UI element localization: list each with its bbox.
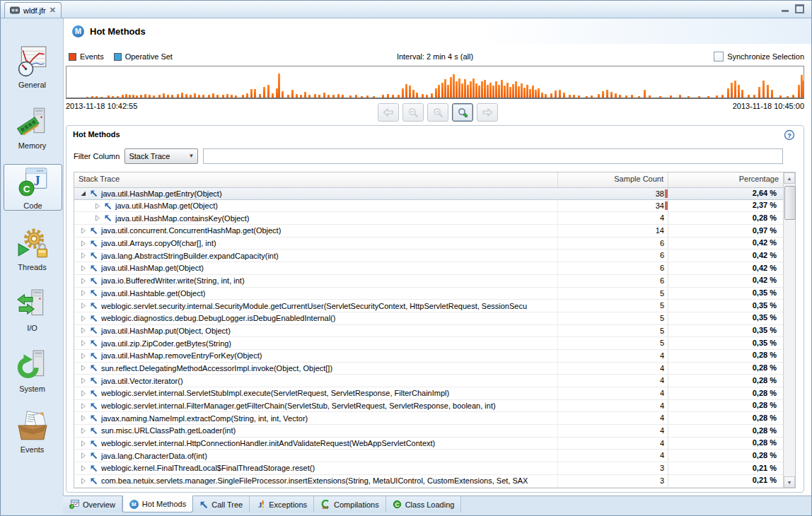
minimize-icon[interactable] [782, 10, 789, 12]
zoom-in-button[interactable] [452, 103, 473, 122]
back-button[interactable] [378, 103, 399, 122]
sidebar-item-threads[interactable]: Threads [4, 226, 61, 271]
table-row[interactable]: weblogic.servlet.internal.ServletStubImp… [74, 387, 783, 400]
timeline-bar [631, 95, 633, 98]
expander-collapsed-icon[interactable] [80, 240, 86, 247]
table-row[interactable]: java.util.Arrays.copyOf(char[], int)60,4… [74, 238, 783, 250]
table-row[interactable]: java.io.BufferedWriter.write(String, int… [74, 275, 783, 288]
zoom-fit-button[interactable] [427, 103, 448, 122]
vertical-scrollbar[interactable]: ▲ ▼ [783, 172, 795, 488]
filter-text-input[interactable] [203, 148, 783, 164]
table-row[interactable]: java.util.Hashtable.get(Object)50,35 % [74, 288, 783, 300]
table-row[interactable]: java.util.HashMap.containsKey(Object)40,… [74, 212, 783, 225]
expander-collapsed-icon[interactable] [80, 353, 86, 359]
tab-class-loading[interactable]: C Class Loading [386, 496, 462, 512]
zoom-out-button[interactable] [402, 103, 424, 122]
table-row[interactable]: java.util.HashMap.get(Object)342,37 % [74, 200, 783, 213]
sidebar-item-io[interactable]: I/O [4, 287, 61, 332]
table-row[interactable]: java.util.HashMap.removeEntryForKey(Obje… [74, 350, 783, 363]
expander-collapsed-icon[interactable] [94, 203, 100, 209]
expander-collapsed-icon[interactable] [80, 377, 86, 384]
table-row[interactable]: weblogic.servlet.internal.HttpConnection… [74, 438, 783, 450]
expander-collapsed-icon[interactable] [80, 478, 86, 484]
maximize-icon[interactable] [795, 4, 804, 13]
column-header-percentage[interactable]: Percentage [668, 172, 783, 187]
timeline-bar [392, 95, 394, 98]
method-name: java.lang.AbstractStringBuilder.expandCa… [101, 252, 279, 260]
expander-collapsed-icon[interactable] [94, 215, 100, 221]
table-row[interactable]: java.util.zip.ZipCoder.getBytes(String)5… [74, 337, 783, 350]
expander-collapsed-icon[interactable] [80, 278, 86, 284]
percentage-cell: 0,28 % [668, 349, 783, 362]
percentage-cell: 0,28 % [668, 412, 783, 425]
table-row[interactable]: java.util.HashMap.get(Object)60,42 % [74, 262, 783, 275]
sidebar-item-events[interactable]: Events [4, 409, 61, 454]
expander-collapsed-icon[interactable] [80, 315, 86, 322]
editor-tab-wldf[interactable]: wldf.jfr ✕ [4, 2, 62, 18]
table-row[interactable]: java.util.HashMap.put(Object, Object)50,… [74, 325, 783, 338]
column-header-sample-count[interactable]: Sample Count [558, 172, 668, 187]
forward-button[interactable] [477, 103, 498, 122]
percentage-cell: 0,28 % [668, 375, 783, 387]
tab-call-tree[interactable]: Call Tree [193, 496, 250, 512]
timeline-bar [327, 95, 330, 98]
timeline-bar [100, 97, 103, 98]
expander-collapsed-icon[interactable] [80, 365, 86, 371]
table-row[interactable]: com.bea.netuix.servlets.manager.SingleFi… [74, 475, 783, 488]
expander-collapsed-icon[interactable] [80, 465, 86, 471]
svg-text:C: C [23, 184, 30, 194]
expander-collapsed-icon[interactable] [80, 265, 86, 271]
expander-collapsed-icon[interactable] [80, 390, 86, 397]
method-icon [90, 464, 98, 472]
sidebar-item-general[interactable]: General [4, 44, 61, 89]
expander-collapsed-icon[interactable] [80, 228, 86, 234]
scroll-up-icon[interactable]: ▲ [784, 172, 795, 184]
column-header-stack-trace[interactable]: Stack Trace [74, 172, 558, 187]
expander-collapsed-icon[interactable] [80, 452, 86, 459]
expander-expanded-icon[interactable] [80, 190, 86, 197]
expander-collapsed-icon[interactable] [80, 428, 86, 434]
table-row[interactable]: weblogic.servlet.security.internal.Secur… [74, 300, 783, 312]
table-row[interactable]: weblogic.kernel.FinalThreadLocal$FinalTh… [74, 462, 783, 475]
expander-collapsed-icon[interactable] [80, 340, 86, 346]
expander-collapsed-icon[interactable] [80, 290, 86, 296]
page-title: Hot Methods [90, 26, 146, 37]
expander-collapsed-icon[interactable] [80, 403, 86, 409]
timeline-bar [181, 93, 183, 98]
table-row[interactable]: sun.reflect.DelegatingMethodAccessorImpl… [74, 363, 783, 375]
table-row[interactable]: java.lang.AbstractStringBuilder.expandCa… [74, 250, 783, 262]
synchronize-selection-checkbox[interactable] [714, 52, 724, 61]
table-row[interactable]: java.lang.CharacterData.of(int)40,28 % [74, 450, 783, 462]
filter-column-select[interactable]: Stack Trace ▼ [124, 148, 198, 164]
table-row[interactable]: weblogic.diagnostics.debug.DebugLogger.i… [74, 312, 783, 325]
system-icon [4, 348, 61, 383]
tab-compilations[interactable]: 010 Compilations [314, 496, 386, 512]
tab-overview[interactable]: J Overview [63, 496, 122, 512]
method-name: weblogic.servlet.internal.HttpConnection… [101, 439, 435, 447]
sidebar-item-system[interactable]: System [4, 348, 61, 393]
sidebar-item-code[interactable]: J C Code [4, 164, 62, 211]
expander-collapsed-icon[interactable] [80, 440, 86, 447]
help-icon[interactable]: ? [784, 129, 795, 142]
expander-collapsed-icon[interactable] [80, 327, 86, 334]
method-name: java.util.HashMap.get(Object) [101, 264, 204, 272]
expander-collapsed-icon[interactable] [80, 415, 86, 421]
sample-count-cell: 3 [558, 475, 668, 487]
timeline-bar [487, 85, 489, 98]
table-row[interactable]: javax.naming.NameImpl.extractComp(String… [74, 412, 783, 425]
table-row[interactable]: java.util.HashMap.getEntry(Object)382,64… [74, 187, 783, 200]
table-row[interactable]: sun.misc.URLClassPath.getLoader(int)40,2… [74, 425, 783, 438]
table-row[interactable]: java.util.concurrent.ConcurrentHashMap.g… [74, 225, 783, 238]
tab-hot-methods[interactable]: M Hot Methods [122, 496, 193, 512]
table-row[interactable]: java.util.Vector.iterator()40,28 % [74, 375, 783, 387]
close-icon[interactable]: ✕ [50, 6, 56, 14]
expander-collapsed-icon[interactable] [80, 303, 86, 309]
tab-exceptions[interactable]: J Exceptions [250, 496, 314, 512]
timeline-chart[interactable] [66, 66, 804, 99]
expander-collapsed-icon[interactable] [80, 252, 86, 259]
scroll-down-icon[interactable]: ▼ [784, 476, 795, 488]
method-icon [90, 414, 98, 422]
table-row[interactable]: weblogic.servlet.internal.FilterManager.… [74, 400, 783, 413]
sidebar-item-memory[interactable]: Memory [4, 105, 61, 150]
scrollbar-thumb[interactable] [784, 186, 796, 220]
